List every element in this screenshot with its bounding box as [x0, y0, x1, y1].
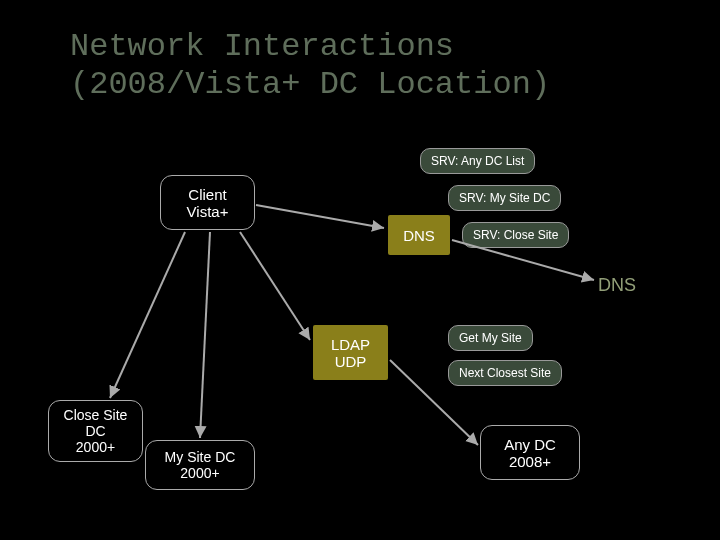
mysite-line2: 2000+ — [180, 465, 219, 481]
client-line2: Vista+ — [187, 203, 229, 220]
tag-srv-mysite: SRV: My Site DC — [448, 185, 561, 211]
title-line2: (2008/Vista+ DC Location) — [70, 66, 550, 103]
anydc-line2: 2008+ — [509, 453, 551, 470]
node-client: Client Vista+ — [160, 175, 255, 230]
tag-next-closest: Next Closest Site — [448, 360, 562, 386]
close-line1: Close Site — [64, 407, 128, 423]
title-line1: Network Interactions — [70, 28, 454, 65]
close-line3: 2000+ — [76, 439, 115, 455]
svg-line-1 — [200, 232, 210, 438]
svg-line-0 — [110, 232, 185, 398]
dns-right-text: DNS — [598, 275, 636, 295]
node-dns: DNS — [388, 215, 450, 255]
tag-get-mysite-text: Get My Site — [459, 331, 522, 345]
tag-srv-mysite-text: SRV: My Site DC — [459, 191, 550, 205]
tag-srv-any: SRV: Any DC List — [420, 148, 535, 174]
tag-srv-close: SRV: Close Site — [462, 222, 569, 248]
tag-srv-any-text: SRV: Any DC List — [431, 154, 524, 168]
svg-line-4 — [240, 232, 310, 340]
ldap-line2: UDP — [335, 353, 367, 370]
node-ldap: LDAP UDP — [313, 325, 388, 380]
dns-right-label: DNS — [598, 275, 636, 296]
node-close-site-dc: Close Site DC 2000+ — [48, 400, 143, 462]
svg-line-2 — [256, 205, 384, 228]
tag-next-closest-text: Next Closest Site — [459, 366, 551, 380]
ldap-line1: LDAP — [331, 336, 370, 353]
anydc-line1: Any DC — [504, 436, 556, 453]
tag-get-mysite: Get My Site — [448, 325, 533, 351]
node-my-site-dc: My Site DC 2000+ — [145, 440, 255, 490]
close-line2: DC — [85, 423, 105, 439]
client-line1: Client — [188, 186, 226, 203]
mysite-line1: My Site DC — [165, 449, 236, 465]
tag-srv-close-text: SRV: Close Site — [473, 228, 558, 242]
slide-title: Network Interactions (2008/Vista+ DC Loc… — [70, 28, 550, 105]
node-any-dc: Any DC 2008+ — [480, 425, 580, 480]
dns-label: DNS — [403, 227, 435, 244]
